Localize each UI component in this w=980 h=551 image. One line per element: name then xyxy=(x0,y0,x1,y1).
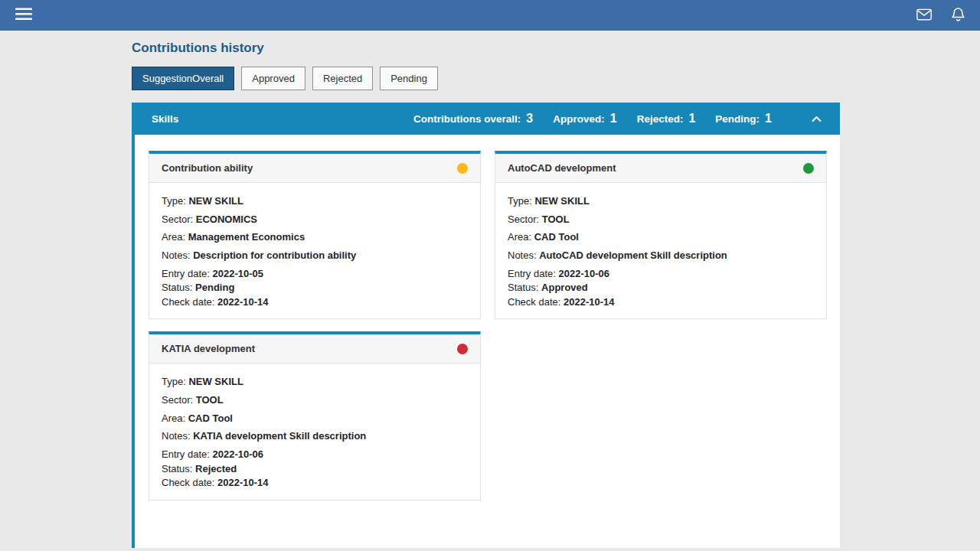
notifications-button[interactable] xyxy=(947,2,969,28)
field-value: TOOL xyxy=(542,214,570,225)
field-value: 2022-10-14 xyxy=(217,477,269,488)
mail-icon xyxy=(916,8,932,23)
field-value: 2022-10-14 xyxy=(217,296,269,308)
field-value: Management Economics xyxy=(188,231,305,243)
main-content: Contributions history SuggestionOverallA… xyxy=(132,41,840,548)
field-label: Entry date: xyxy=(162,268,212,279)
field-value: KATIA development Skill description xyxy=(193,430,366,442)
field-label: Sector: xyxy=(508,214,542,225)
card-field: Check date: 2022-10-14 xyxy=(508,297,814,308)
field-label: Type: xyxy=(162,376,188,387)
contribution-card: AutoCAD development Type: NEW SKILLSecto… xyxy=(495,151,827,319)
tabs: SuggestionOverallApprovedRejectedPending xyxy=(132,67,840,90)
field-label: Type: xyxy=(508,195,534,207)
card-field: Check date: 2022-10-14 xyxy=(162,478,468,488)
contribution-card: KATIA development Type: NEW SKILLSector:… xyxy=(149,331,481,500)
field-value: 2022-10-14 xyxy=(564,296,615,308)
card-field: Entry date: 2022-10-05 xyxy=(162,269,468,279)
stat: Pending:1 xyxy=(715,112,772,126)
cards-grid: Contribution ability Type: NEW SKILLSect… xyxy=(149,151,827,500)
stat-value: 1 xyxy=(610,112,617,126)
field-value: Pending xyxy=(195,282,234,293)
field-value: ECONOMICS xyxy=(196,214,257,225)
card-field: Notes: Description for contribution abil… xyxy=(162,250,468,261)
card-title: AutoCAD development xyxy=(508,162,616,174)
card-header: AutoCAD development xyxy=(495,154,826,183)
stat-label: Approved: xyxy=(553,113,605,125)
panel-title: Skills xyxy=(152,113,178,125)
contribution-card: Contribution ability Type: NEW SKILLSect… xyxy=(149,151,481,319)
card-field: Notes: AutoCAD development Skill descrip… xyxy=(508,250,814,261)
card-field: Area: CAD Tool xyxy=(508,232,814,243)
field-value: CAD Tool xyxy=(534,231,579,243)
collapse-button[interactable] xyxy=(807,109,826,129)
panel-header: Skills Contributions overall:3Approved:1… xyxy=(135,103,840,135)
panel-body: Contribution ability Type: NEW SKILLSect… xyxy=(135,135,840,519)
field-label: Check date: xyxy=(508,296,564,308)
field-value: CAD Tool xyxy=(188,412,233,424)
menu-button[interactable] xyxy=(11,3,37,28)
field-label: Notes: xyxy=(508,249,539,261)
card-field: Status: Approved xyxy=(508,282,814,293)
field-label: Notes: xyxy=(162,249,193,261)
card-header: Contribution ability xyxy=(149,154,480,183)
field-label: Type: xyxy=(162,195,188,207)
tab-suggestionoverall[interactable]: SuggestionOverall xyxy=(132,67,234,90)
card-field: Check date: 2022-10-14 xyxy=(162,297,468,308)
status-dot xyxy=(803,163,814,174)
stat-label: Rejected: xyxy=(637,113,684,125)
field-value: TOOL xyxy=(196,394,224,406)
card-field: Area: Management Economics xyxy=(162,232,468,243)
field-label: Status: xyxy=(162,463,195,474)
field-value: AutoCAD development Skill description xyxy=(539,249,727,261)
field-value: NEW SKILL xyxy=(188,376,243,387)
stat-value: 1 xyxy=(765,112,772,126)
card-field: Type: NEW SKILL xyxy=(162,196,468,207)
tab-rejected[interactable]: Rejected xyxy=(312,67,373,90)
status-dot xyxy=(457,163,468,174)
field-value: Rejected xyxy=(195,463,237,474)
card-field: Notes: KATIA development Skill descripti… xyxy=(162,431,468,442)
field-value: 2022-10-06 xyxy=(558,268,609,279)
field-label: Status: xyxy=(508,282,541,293)
stat-value: 3 xyxy=(526,112,533,126)
field-label: Area: xyxy=(162,412,188,424)
card-header: KATIA development xyxy=(149,334,480,364)
card-field: Status: Rejected xyxy=(162,464,468,474)
stat: Approved:1 xyxy=(553,112,616,126)
card-field: Type: NEW SKILL xyxy=(162,377,468,387)
field-label: Sector: xyxy=(162,394,196,406)
card-field: Sector: TOOL xyxy=(162,395,468,406)
card-field: Sector: ECONOMICS xyxy=(162,214,468,225)
card-field: Type: NEW SKILL xyxy=(508,196,814,207)
menu-icon xyxy=(15,8,32,23)
mail-button[interactable] xyxy=(912,4,936,28)
tab-approved[interactable]: Approved xyxy=(241,67,305,90)
stat-value: 1 xyxy=(688,112,695,126)
stat-label: Contributions overall: xyxy=(413,113,521,125)
field-value: Description for contribution ability xyxy=(193,249,356,261)
panel-stats: Contributions overall:3Approved:1Rejecte… xyxy=(413,112,772,126)
field-value: NEW SKILL xyxy=(188,195,243,207)
field-label: Notes: xyxy=(162,430,193,442)
status-dot xyxy=(457,344,468,354)
field-label: Area: xyxy=(162,231,188,243)
page-title: Contributions history xyxy=(132,41,840,56)
field-value: NEW SKILL xyxy=(534,195,590,207)
skills-panel: Skills Contributions overall:3Approved:1… xyxy=(132,103,840,548)
card-field: Status: Pending xyxy=(162,282,468,293)
field-label: Entry date: xyxy=(508,268,558,279)
field-label: Entry date: xyxy=(162,448,212,460)
topbar xyxy=(0,0,980,31)
stat: Contributions overall:3 xyxy=(413,112,533,126)
field-label: Check date: xyxy=(162,296,217,308)
card-title: KATIA development xyxy=(162,343,255,354)
chevron-up-icon xyxy=(812,113,822,125)
tab-pending[interactable]: Pending xyxy=(380,67,438,90)
field-value: Approved xyxy=(541,282,588,293)
field-value: 2022-10-06 xyxy=(212,448,263,460)
card-field: Entry date: 2022-10-06 xyxy=(162,449,468,460)
card-field: Area: CAD Tool xyxy=(162,413,468,424)
stat-label: Pending: xyxy=(715,113,760,125)
card-body: Type: NEW SKILLSector: TOOLArea: CAD Too… xyxy=(149,364,480,499)
